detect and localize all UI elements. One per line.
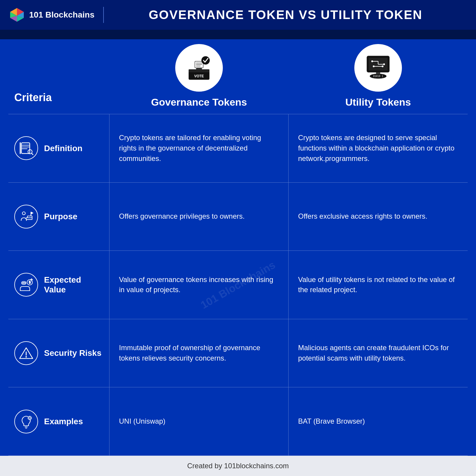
security-risks-utility-cell: Malicious agents can create fraudulent I… <box>289 319 468 387</box>
table-row: Purpose Offers governance privileges to … <box>8 182 468 251</box>
governance-token-label: Governance Tokens <box>151 92 247 114</box>
definition-governance-cell: Crypto tokens are tailored for enabling … <box>109 114 289 182</box>
utility-token-header: 01010 1 Utility Tokens <box>289 39 468 114</box>
svg-point-21 <box>371 60 373 62</box>
svg-rect-9 <box>196 68 202 70</box>
expected-value-governance-text: Value of governance tokens increases wit… <box>119 275 279 295</box>
criteria-cell-purpose: Purpose <box>8 183 109 251</box>
purpose-icon <box>19 209 33 224</box>
header: 101 Blockchains GOVERNANCE TOKEN VS UTIL… <box>0 0 476 30</box>
expected-value-governance-cell: Value of governance tokens increases wit… <box>109 251 289 319</box>
purpose-label: Purpose <box>44 212 77 222</box>
criteria-cell-security-risks: Security Risks <box>8 319 109 387</box>
svg-point-22 <box>383 63 385 65</box>
governance-token-icon-circle: VOTE <box>175 44 223 92</box>
security-risks-label: Security Risks <box>44 348 101 358</box>
criteria-header: Criteria <box>8 91 109 114</box>
governance-token-header: VOTE Governance Tokens <box>109 39 289 114</box>
criteria-cell-examples: Examples <box>8 387 109 455</box>
svg-line-35 <box>32 153 33 155</box>
svg-point-24 <box>373 65 375 67</box>
table-row: $ Expected Value Value of governance tok… <box>8 250 468 319</box>
table-row: Definition Crypto tokens are tailored fo… <box>8 114 468 182</box>
definition-label: Definition <box>44 143 82 154</box>
logo-icon <box>9 7 25 23</box>
svg-marker-40 <box>31 212 33 214</box>
table-body: Definition Crypto tokens are tailored fo… <box>8 114 468 456</box>
definition-governance-text: Crypto tokens are tailored for enabling … <box>119 133 279 164</box>
examples-governance-text: UNI (Uniswap) <box>119 416 165 427</box>
definition-utility-cell: Crypto tokens are designed to serve spec… <box>289 114 468 182</box>
page-wrapper: 101 Blockchains GOVERNANCE TOKEN VS UTIL… <box>0 0 476 476</box>
expected-value-utility-text: Value of utility tokens is not related t… <box>298 275 458 295</box>
examples-icon-circle <box>14 410 38 433</box>
definition-icon-circle <box>14 136 38 160</box>
main-content: Criteria VOTE <box>0 39 476 456</box>
utility-token-icon: 01010 1 <box>363 53 393 83</box>
purpose-governance-text: Offers governance privileges to owners. <box>119 211 245 222</box>
warning-icon <box>19 346 33 360</box>
security-risks-governance-cell: Immutable proof of ownership of governan… <box>109 319 289 387</box>
expected-value-label: Expected Value <box>44 275 103 295</box>
purpose-icon-circle <box>14 205 38 228</box>
dark-band <box>0 30 476 39</box>
svg-text:01010 1: 01010 1 <box>373 75 383 78</box>
footer: Created by 101blockchains.com <box>0 456 476 476</box>
examples-governance-cell: UNI (Uniswap) <box>109 387 289 455</box>
column-headers: Criteria VOTE <box>8 39 468 114</box>
book-icon <box>19 141 33 155</box>
purpose-governance-cell: Offers governance privileges to owners. <box>109 183 289 251</box>
purpose-utility-text: Offers exclusive access rights to owners… <box>298 211 427 222</box>
examples-utility-text: BAT (Brave Browser) <box>298 416 365 427</box>
table-row: Examples UNI (Uniswap) BAT (Brave Browse… <box>8 387 468 456</box>
svg-point-25 <box>382 65 383 67</box>
examples-icon <box>19 414 33 429</box>
examples-label: Examples <box>44 416 83 427</box>
svg-text:$: $ <box>29 280 31 284</box>
examples-utility-cell: BAT (Brave Browser) <box>289 387 468 455</box>
svg-point-50 <box>26 356 27 358</box>
page-title: GOVERNANCE TOKEN VS UTILITY TOKEN <box>104 8 467 22</box>
svg-rect-38 <box>27 216 32 218</box>
definition-utility-text: Crypto tokens are designed to serve spec… <box>298 133 458 164</box>
logo-text: 101 Blockchains <box>29 10 94 20</box>
svg-rect-29 <box>21 143 30 154</box>
security-risks-governance-text: Immutable proof of ownership of governan… <box>119 343 279 364</box>
security-risks-icon-circle <box>14 341 38 365</box>
expected-value-icon-circle: $ <box>14 273 38 297</box>
svg-rect-8 <box>189 69 209 72</box>
criteria-cell-expected-value: $ Expected Value <box>8 251 109 319</box>
expected-value-utility-cell: Value of utility tokens is not related t… <box>289 251 468 319</box>
criteria-cell-definition: Definition <box>8 114 109 182</box>
table-row: Security Risks Immutable proof of owners… <box>8 319 468 387</box>
utility-token-label: Utility Tokens <box>345 92 411 114</box>
logo-area: 101 Blockchains <box>9 7 104 23</box>
svg-text:VOTE: VOTE <box>194 74 204 78</box>
criteria-label: Criteria <box>14 91 52 107</box>
purpose-utility-cell: Offers exclusive access rights to owners… <box>289 183 468 251</box>
coins-icon: $ <box>19 278 33 292</box>
security-risks-utility-text: Malicious agents can create fraudulent I… <box>298 343 458 364</box>
footer-text: Created by 101blockchains.com <box>187 462 289 470</box>
svg-point-15 <box>201 56 210 65</box>
governance-token-icon: VOTE <box>184 53 214 83</box>
svg-point-36 <box>22 212 25 215</box>
utility-token-icon-circle: 01010 1 <box>354 44 402 92</box>
